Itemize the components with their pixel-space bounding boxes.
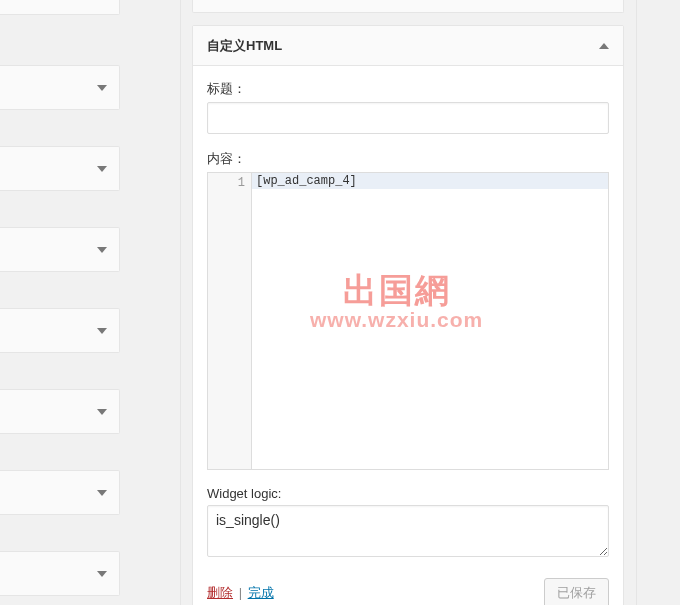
widget-title: 自定义HTML	[207, 37, 282, 55]
widget-header[interactable]: 自定义HTML	[193, 26, 623, 66]
chevron-down-icon	[97, 409, 107, 415]
widget-body: 标题： 内容： 1 [wp_ad_camp_4] 出国網 www.wzxiu.c…	[193, 66, 623, 605]
actions-separator: |	[239, 585, 242, 600]
chevron-down-icon	[97, 571, 107, 577]
collapsed-widget[interactable]	[0, 308, 120, 353]
chevron-down-icon	[97, 490, 107, 496]
collapsed-widget[interactable]	[0, 470, 120, 515]
collapsed-widget[interactable]	[0, 389, 120, 434]
chevron-up-icon	[599, 43, 609, 49]
line-number: 1	[208, 175, 245, 191]
widget-settings-column: 自定义HTML 标题： 内容： 1 [wp_ad_camp_4] 出国網 www…	[192, 0, 624, 605]
content-label: 内容：	[207, 150, 609, 168]
delete-link[interactable]: 删除	[207, 585, 233, 600]
widget-actions: 删除 | 完成 已保存	[207, 572, 609, 605]
previous-panel-tail	[192, 0, 624, 13]
widget-logic-label: Widget logic:	[207, 486, 609, 501]
title-label: 标题：	[207, 80, 609, 98]
chevron-down-icon	[97, 166, 107, 172]
code-content: [wp_ad_camp_4]	[256, 173, 357, 189]
watermark-line2: www.wzxiu.com	[310, 309, 483, 330]
collapsed-widget[interactable]	[0, 227, 120, 272]
code-area[interactable]: [wp_ad_camp_4] 出国網 www.wzxiu.com	[252, 173, 608, 469]
code-gutter: 1	[208, 173, 252, 469]
chevron-down-icon	[97, 85, 107, 91]
done-link[interactable]: 完成	[248, 585, 274, 600]
collapsed-widget[interactable]	[0, 65, 120, 110]
content-code-editor[interactable]: 1 [wp_ad_camp_4] 出国網 www.wzxiu.com	[207, 172, 609, 470]
widget-logic-input[interactable]: is_single()	[207, 505, 609, 557]
collapsed-widgets-column	[0, 0, 120, 605]
collapsed-widget[interactable]	[0, 551, 120, 596]
action-links: 删除 | 完成	[207, 584, 274, 602]
title-input[interactable]	[207, 102, 609, 134]
watermark: 出国網 www.wzxiu.com	[310, 273, 483, 330]
chevron-down-icon	[97, 328, 107, 334]
collapsed-widget[interactable]	[0, 0, 120, 15]
watermark-line1: 出国網	[310, 273, 483, 307]
custom-html-widget: 自定义HTML 标题： 内容： 1 [wp_ad_camp_4] 出国網 www…	[192, 25, 624, 605]
collapsed-widget[interactable]	[0, 146, 120, 191]
chevron-down-icon	[97, 247, 107, 253]
saved-button[interactable]: 已保存	[544, 578, 609, 605]
